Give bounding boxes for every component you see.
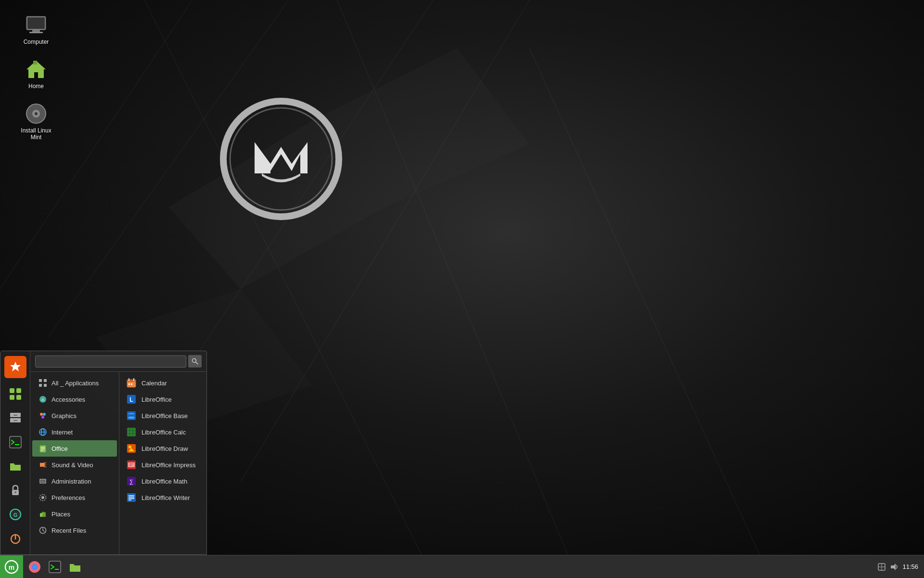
svg-point-21 (35, 112, 38, 115)
recent-files-icon (38, 525, 48, 535)
svg-rect-30 (13, 420, 17, 421)
category-preferences[interactable]: Preferences (32, 489, 117, 506)
sidebar-icon-lock[interactable] (4, 479, 26, 501)
mint-logo (218, 96, 344, 222)
install-icon (25, 102, 48, 125)
mint-start-icon: m (4, 560, 19, 574)
desktop-icon-computer[interactable]: Computer (14, 10, 58, 49)
category-sound-video[interactable]: Sound & Video (32, 457, 117, 473)
svg-rect-29 (13, 415, 17, 416)
search-input[interactable] (35, 355, 186, 368)
menu-content: All _ Applications A Accessories (30, 372, 206, 554)
search-bar (30, 351, 206, 372)
app-lo-calc[interactable]: LibreOffice Calc (119, 424, 206, 440)
desktop: Computer Home Install Linux Mint (0, 0, 924, 578)
lo-writer-app-icon (126, 492, 137, 503)
svg-point-48 (43, 413, 46, 416)
category-graphics[interactable]: Graphics (32, 407, 117, 424)
category-recent-label: Recent Files (51, 527, 86, 534)
home-icon (25, 58, 48, 81)
all-apps-icon (38, 378, 48, 388)
taskbar-item-terminal[interactable] (45, 557, 64, 577)
categories-panel: All _ Applications A Accessories (30, 372, 119, 554)
taskbar-start-button[interactable]: m (0, 555, 23, 578)
svg-line-40 (196, 362, 198, 365)
computer-icon-label: Computer (24, 39, 49, 45)
svg-marker-22 (10, 362, 21, 371)
taskbar-clock[interactable]: 11:56 (902, 563, 918, 570)
category-all[interactable]: All _ Applications (32, 375, 117, 391)
svg-rect-103 (49, 561, 61, 573)
svg-rect-43 (39, 384, 42, 387)
firefox-taskbar-icon (28, 560, 41, 574)
svg-line-58 (45, 462, 46, 463)
lo-math-app-icon: ∑ (126, 476, 137, 486)
app-lo-writer[interactable]: LibreOffice Writer (119, 489, 206, 506)
svg-text:A: A (41, 397, 44, 402)
app-lo-impress-label: LibreOffice Impress (141, 461, 195, 469)
app-lo-math[interactable]: ∑ LibreOffice Math (119, 473, 206, 489)
category-administration[interactable]: Administration (32, 473, 117, 489)
svg-rect-71 (128, 383, 130, 385)
sidebar-icon-terminal[interactable] (4, 431, 26, 453)
sidebar-icon-folder[interactable] (4, 455, 26, 477)
taskbar-item-files[interactable] (65, 557, 85, 577)
apps-panel: Calendar L LibreOffice (119, 372, 206, 554)
svg-rect-44 (44, 384, 47, 387)
app-calendar[interactable]: Calendar (119, 375, 206, 391)
preferences-icon (38, 493, 48, 502)
app-lo-impress[interactable]: LibreOffice Impress (119, 457, 206, 473)
app-lo-draw[interactable]: LibreOffice Draw (119, 440, 206, 457)
svg-point-102 (33, 565, 36, 568)
svg-line-4 (241, 0, 529, 482)
app-lo-base[interactable]: LibreOffice Base (119, 407, 206, 424)
sidebar-icon-cabinet[interactable] (4, 407, 26, 429)
computer-icon (25, 13, 48, 37)
app-lo-calc-label: LibreOffice Calc (141, 429, 186, 436)
category-accessories-label: Accessories (51, 396, 85, 403)
search-button[interactable] (188, 355, 202, 368)
app-libreoffice[interactable]: L LibreOffice (119, 391, 206, 407)
sidebar-icon-apps[interactable] (4, 383, 26, 405)
taskbar: m (0, 555, 924, 578)
category-recent[interactable]: Recent Files (32, 522, 117, 539)
places-icon (38, 509, 48, 519)
category-accessories[interactable]: A Accessories (32, 391, 117, 407)
sidebar-icon-power[interactable] (4, 527, 26, 550)
category-internet-label: Internet (51, 429, 73, 436)
svg-line-6 (337, 0, 578, 578)
app-lo-base-label: LibreOffice Base (141, 412, 188, 420)
app-libreoffice-label: LibreOffice (141, 396, 172, 403)
svg-rect-72 (131, 383, 132, 385)
start-menu-main: All _ Applications A Accessories (30, 351, 206, 554)
svg-text:m: m (9, 564, 14, 571)
svg-rect-18 (33, 61, 37, 65)
app-lo-draw-label: LibreOffice Draw (141, 445, 188, 452)
taskbar-items (23, 557, 872, 577)
desktop-icon-install[interactable]: Install Linux Mint (14, 98, 58, 144)
svg-point-64 (41, 496, 44, 499)
category-places[interactable]: Places (32, 506, 117, 522)
sidebar-icon-favorites[interactable] (4, 356, 26, 378)
graphics-icon (38, 411, 48, 420)
desktop-icon-home[interactable]: Home (14, 54, 58, 93)
category-preferences-label: Preferences (51, 494, 85, 501)
category-all-label: All _ Applications (51, 380, 99, 387)
svg-point-85 (128, 446, 131, 448)
network-tray-icon (877, 563, 886, 571)
svg-rect-88 (128, 462, 135, 467)
category-office[interactable]: Office (32, 440, 117, 457)
taskbar-item-firefox[interactable] (25, 557, 44, 577)
category-internet[interactable]: Internet (32, 424, 117, 440)
accessories-icon: A (38, 394, 48, 404)
terminal-taskbar-icon (48, 560, 62, 574)
svg-line-7 (529, 48, 770, 578)
svg-point-11 (223, 101, 339, 217)
search-icon (192, 358, 198, 365)
category-places-label: Places (51, 511, 70, 518)
svg-rect-26 (16, 395, 21, 400)
start-menu-sidebar: G (0, 351, 30, 554)
svg-rect-79 (127, 428, 136, 436)
svg-text:∑: ∑ (129, 479, 133, 485)
sidebar-icon-grub[interactable]: G (4, 503, 26, 525)
